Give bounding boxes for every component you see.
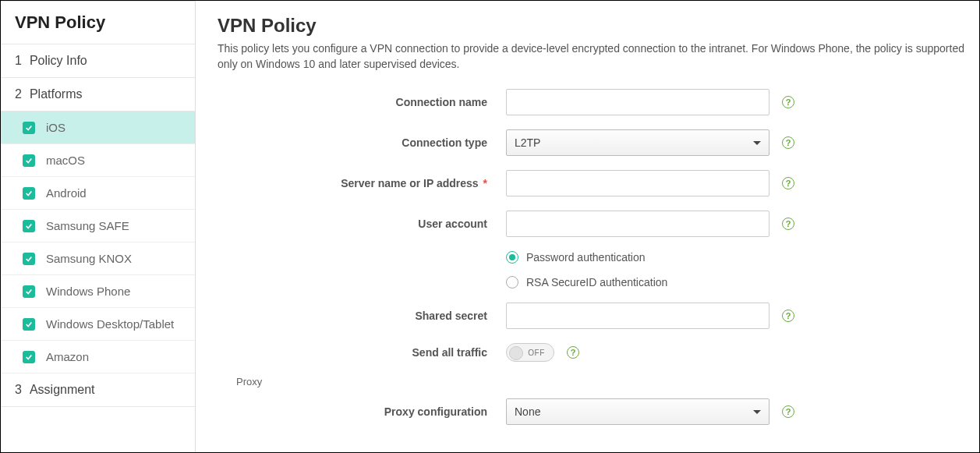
label-text: Server name or IP address — [341, 177, 478, 189]
platform-samsung-knox[interactable]: Samsung KNOX — [1, 242, 195, 275]
platform-samsung-safe[interactable]: Samsung SAFE — [1, 210, 195, 242]
radio-label: RSA SecureID authentication — [526, 276, 667, 288]
chevron-down-icon — [753, 410, 761, 414]
required-marker: * — [483, 177, 487, 189]
platform-label: Windows Desktop/Tablet — [46, 317, 174, 331]
step-policy-info[interactable]: 1 Policy Info — [1, 44, 195, 78]
help-icon[interactable]: ? — [782, 136, 794, 149]
check-icon — [23, 122, 35, 134]
label-send-all-traffic: Send all traffic — [218, 346, 506, 359]
control-wrap: ? — [506, 303, 794, 329]
check-icon — [23, 351, 35, 363]
row-shared-secret: Shared secret ? — [218, 303, 975, 329]
page-description: This policy lets you configure a VPN con… — [218, 41, 974, 72]
server-name-input[interactable] — [506, 170, 769, 196]
platform-amazon[interactable]: Amazon — [1, 341, 195, 373]
help-icon[interactable]: ? — [782, 96, 794, 108]
radio-icon — [506, 276, 518, 288]
platform-label: Windows Phone — [46, 285, 130, 298]
sidebar-title: VPN Policy — [1, 1, 195, 44]
page-title: VPN Policy — [218, 15, 975, 37]
platform-windows-desktop[interactable]: Windows Desktop/Tablet — [1, 308, 195, 341]
label-connection-name: Connection name — [218, 96, 506, 108]
sidebar: VPN Policy 1 Policy Info 2 Platforms iOS… — [1, 1, 196, 452]
check-icon — [23, 285, 35, 298]
check-icon — [23, 318, 35, 331]
control-wrap: ? — [506, 170, 794, 196]
step-number: 3 — [15, 383, 22, 397]
help-icon[interactable]: ? — [782, 405, 794, 418]
chevron-down-icon — [753, 141, 761, 145]
radio-label: Password authentication — [526, 251, 646, 264]
help-icon[interactable]: ? — [782, 218, 794, 230]
auth-radio-group: Password authentication RSA SecureID aut… — [506, 251, 667, 288]
platform-label: Samsung KNOX — [46, 252, 132, 265]
label-server-name: Server name or IP address * — [218, 177, 506, 189]
platform-label: macOS — [46, 154, 85, 167]
row-server-name: Server name or IP address * ? — [218, 170, 975, 196]
step-label: Assignment — [30, 383, 95, 397]
row-connection-type: Connection type L2TP ? — [218, 129, 975, 156]
control-wrap: L2TP ? — [506, 129, 794, 156]
radio-icon — [506, 251, 518, 264]
auth-password-radio[interactable]: Password authentication — [506, 251, 667, 264]
control-wrap: OFF ? — [506, 343, 579, 362]
shared-secret-input[interactable] — [506, 303, 769, 329]
platform-windows-phone[interactable]: Windows Phone — [1, 275, 195, 308]
toggle-label: OFF — [528, 349, 545, 357]
select-value: L2TP — [515, 136, 540, 149]
step-label: Policy Info — [30, 54, 87, 68]
platform-android[interactable]: Android — [1, 177, 195, 210]
app-root: VPN Policy 1 Policy Info 2 Platforms iOS… — [0, 0, 980, 453]
platform-label: Samsung SAFE — [46, 219, 129, 232]
platform-label: iOS — [46, 121, 65, 134]
platform-label: Android — [46, 186, 87, 200]
check-icon — [23, 154, 35, 167]
help-icon[interactable]: ? — [782, 177, 794, 189]
platform-label: Amazon — [46, 350, 89, 363]
main-panel: VPN Policy This policy lets you configur… — [196, 1, 979, 452]
auth-rsa-radio[interactable]: RSA SecureID authentication — [506, 276, 667, 288]
label-shared-secret: Shared secret — [218, 310, 506, 322]
platform-macos[interactable]: macOS — [1, 144, 195, 177]
step-number: 2 — [15, 87, 22, 101]
control-wrap: None ? — [506, 398, 794, 425]
step-label: Platforms — [30, 87, 83, 101]
platform-ios[interactable]: iOS — [1, 111, 195, 144]
step-platforms[interactable]: 2 Platforms — [1, 78, 195, 111]
help-icon[interactable]: ? — [567, 346, 579, 359]
label-proxy-config: Proxy configuration — [218, 405, 506, 418]
proxy-config-select[interactable]: None — [506, 398, 769, 425]
row-auth-options: Password authentication RSA SecureID aut… — [218, 251, 975, 288]
row-send-all-traffic: Send all traffic OFF ? — [218, 343, 975, 362]
row-connection-name: Connection name ? — [218, 89, 975, 115]
user-account-input[interactable] — [506, 211, 769, 237]
control-wrap: ? — [506, 89, 794, 115]
row-proxy-config: Proxy configuration None ? — [218, 398, 975, 425]
send-all-traffic-toggle[interactable]: OFF — [506, 343, 554, 362]
step-assignment[interactable]: 3 Assignment — [1, 373, 195, 407]
help-icon[interactable]: ? — [782, 310, 794, 322]
label-connection-type: Connection type — [218, 136, 506, 149]
connection-type-select[interactable]: L2TP — [506, 129, 769, 156]
select-value: None — [515, 405, 540, 418]
check-icon — [23, 187, 35, 200]
section-proxy-label: Proxy — [236, 376, 975, 388]
row-user-account: User account ? — [218, 211, 975, 237]
step-number: 1 — [15, 54, 22, 68]
check-icon — [23, 220, 35, 232]
check-icon — [23, 253, 35, 265]
connection-name-input[interactable] — [506, 89, 769, 115]
label-user-account: User account — [218, 218, 506, 230]
control-wrap: ? — [506, 211, 794, 237]
